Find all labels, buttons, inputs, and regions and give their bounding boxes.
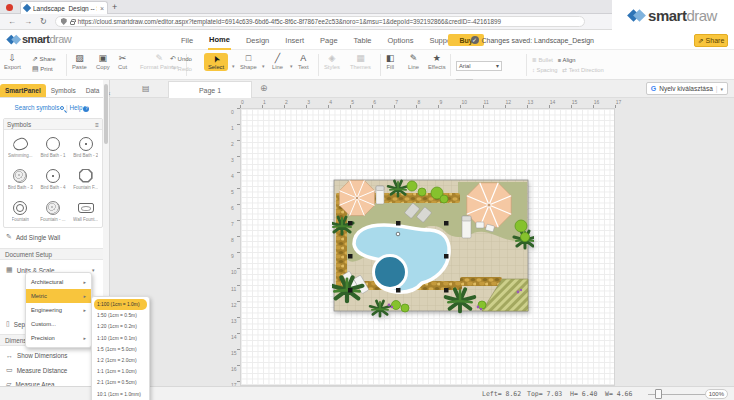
menu-item[interactable]: Table [353,32,373,49]
copy-button[interactable]: ▣ Copy [96,53,110,70]
menu-item[interactable]: Home [208,31,231,50]
show-dimensions-row[interactable]: ↔ Show Dimensions [6,352,67,359]
browser-tab[interactable]: Landscape_Design -- Sm... × [20,1,108,14]
print-button[interactable]: ▤ Print [32,64,56,74]
octagon-icon [79,169,93,183]
add-single-wall-button[interactable]: ✎ Add Single Wall [6,233,60,241]
firefox-icon[interactable] [6,4,13,11]
line-tool-button[interactable]: ╱ Line [272,53,283,70]
page-list-icon[interactable]: ▤ [142,84,150,93]
tab-symbols[interactable]: Symbols [46,84,81,97]
font-family-select[interactable]: Arial▾ [456,61,502,71]
menu-item-engineering[interactable]: Engineering▸ [26,303,91,317]
landscape-drawing[interactable] [332,178,534,328]
drawing-canvas[interactable]: 01234567891011121314151617 0123456789101… [110,98,734,386]
scale-option[interactable]: 10:1 (1cm = 1.0mm) [94,389,147,400]
export-button[interactable]: ⇩ Export [4,53,21,70]
tab-close-icon[interactable]: × [100,5,104,12]
help-icon[interactable]: ? [83,106,89,112]
forward-icon[interactable]: → [24,17,32,26]
share-button[interactable]: ⇗ Share [694,34,728,47]
tab-smartpanel[interactable]: SmartPanel [0,84,46,97]
changes-saved-status: ✓ Changes saved: Landscape_Design [471,36,594,44]
paste-icon: ▨ [72,53,87,64]
menu-item[interactable]: Insert [284,32,305,49]
scale-option[interactable]: 1:1 (1cm = 1.0cm) [94,366,147,377]
back-icon[interactable]: ← [8,17,16,26]
tab-page-1[interactable]: Page 1 [168,81,252,98]
align-button[interactable]: ≡ Align [558,57,576,63]
styles-button[interactable]: ◈ Styles [324,53,340,70]
effects-button[interactable]: ★ Effects [428,53,446,70]
add-page-icon[interactable]: ⊕ [260,83,268,93]
shape-caret-icon[interactable]: ▾ [262,63,265,69]
share-small-button[interactable]: ⇗ Share [32,54,56,64]
scale-option[interactable]: 1:100 (1cm = 1.0m) [94,299,147,310]
reload-icon[interactable]: ↻ [40,17,47,26]
symbol-bird-bath-3[interactable]: Bird Bath - 3 [4,162,37,194]
address-input[interactable]: https://cloud.smartdraw.com/editor.aspx?… [55,16,585,27]
menu-item-metric[interactable]: Metric▸ [26,289,91,303]
menu-item[interactable]: Design [245,32,270,49]
smartdraw-logo-large: smartdraw [612,0,734,30]
status-left: Left= 8.62 [482,390,521,398]
print-icon: ▤ [32,65,39,72]
spacing-button[interactable]: ↕ Spacing [532,67,557,73]
symbol-bird-bath-1[interactable]: Bird Bath - 1 [37,130,70,162]
search-symbols-link[interactable]: Search symbols [15,104,60,111]
redo-button[interactable]: ↷ Redo [170,64,192,74]
scale-option[interactable]: 1:50 (1cm = 0.5m) [94,310,147,321]
cut-button[interactable]: ✂ Cut [118,53,127,70]
select-tool-button[interactable]: ➤ Select [204,53,228,71]
menu-item-custom[interactable]: Custom... [26,317,91,331]
translate-button[interactable]: G Nyelv kiválasztása | ▾ [646,82,728,95]
circle-icon [46,137,60,151]
scale-option[interactable]: 2:1 (1cm = 0.5cm) [94,377,147,388]
fill-button[interactable]: ◧ Fill [386,53,395,70]
menu-item[interactable]: Page [319,32,339,49]
hamburger-icon[interactable]: ≡ [95,121,99,128]
themes-button[interactable]: ▦ Themes [350,53,371,70]
scale-option[interactable]: 1:2 (1cm = 2.0cm) [94,355,147,366]
smartdraw-diamond-icon [629,8,644,23]
symbol-fountain[interactable]: Fountain [4,194,37,226]
scale-option[interactable]: 1:10 (1cm = 0.1m) [94,333,147,344]
umbrella-right[interactable] [467,183,511,227]
symbol-swimming-pool[interactable]: Swimming... [4,130,37,162]
select-caret-icon[interactable]: ▾ [232,63,235,69]
menu-item[interactable]: File [180,32,194,49]
new-tab-button[interactable]: + [112,2,117,12]
smartdraw-favicon-icon [23,4,31,12]
shield-icon[interactable] [61,18,67,25]
line-style-button[interactable]: ✎ Line [408,53,419,70]
document-setup-header[interactable]: Document Setup [0,248,104,260]
paste-button[interactable]: ▨ Paste [72,53,87,70]
umbrella-left[interactable] [339,180,374,215]
scale-option[interactable]: 1:20 (1cm = 0.2m) [94,321,147,332]
app-menu-bar: smartdraw FileHomeDesignInsertPageTableO… [0,30,734,50]
line-icon: ╱ [272,53,283,64]
symbol-bird-bath-4[interactable]: Bird Bath - 4 [37,162,70,194]
text-direction-button[interactable]: ⇄ Text Direction [562,67,604,73]
menu-item[interactable]: Options [387,32,415,49]
text-tool-button[interactable]: A Text [298,53,309,70]
line-caret-icon[interactable]: ▾ [290,63,293,69]
circle-dot-icon [46,169,60,183]
tab-data[interactable]: Data [81,84,105,97]
shape-tool-button[interactable]: □ Shape [240,53,257,70]
bullet-button[interactable]: ≣ Bullet [532,57,553,63]
symbol-fountain-pond[interactable]: Fountain F... [69,162,102,194]
undo-redo-group: ↶ Undo ↷ Redo [170,54,192,74]
help-link[interactable]: Help [69,104,82,111]
menu-item-precision[interactable]: Precision▸ [26,331,91,345]
measure-distance-row[interactable]: ▭ Measure Distance [6,366,67,374]
search-icon[interactable] [60,106,64,110]
symbol-bird-bath-2[interactable]: Bird Bath - 2 [69,130,102,162]
menu-item-architectural[interactable]: Architectural▸ [26,275,91,289]
zoom-slider-thumb[interactable] [655,389,662,399]
scale-option[interactable]: 1:5 (1cm = 5.0cm) [94,344,147,355]
effects-icon: ★ [428,53,446,64]
symbol-fountain-2[interactable]: Fountain - ... [37,194,70,226]
undo-button[interactable]: ↶ Undo [170,54,192,64]
symbol-wall-fountain[interactable]: Wall Fount... [69,194,102,226]
